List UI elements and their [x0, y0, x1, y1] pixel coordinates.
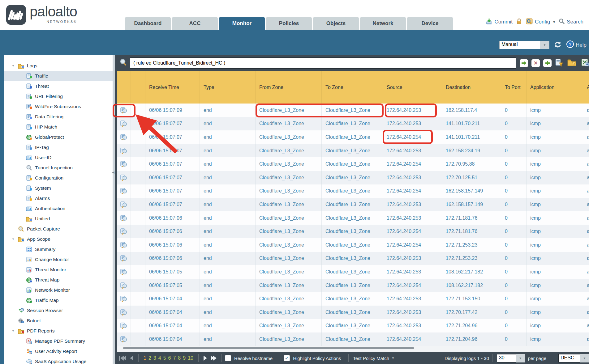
- tab-dashboard[interactable]: Dashboard: [125, 17, 171, 30]
- search-link[interactable]: Search: [559, 18, 583, 26]
- sidebar-item-hip-match[interactable]: HIP Match: [4, 122, 113, 132]
- sidebar-item-app-scope[interactable]: ▼App Scope: [4, 234, 113, 244]
- per-page-select[interactable]: 30 ▼: [497, 354, 525, 362]
- sidebar-item-url-filtering[interactable]: URL Filtering: [4, 91, 113, 101]
- sidebar-item-saas-application-usage[interactable]: SaaS Application Usage: [4, 356, 113, 364]
- filter-query-input[interactable]: [130, 57, 516, 69]
- page-number-9[interactable]: 9: [183, 355, 186, 361]
- log-detail-magnifier-icon[interactable]: [117, 292, 131, 306]
- sidebar-item-system[interactable]: System: [4, 183, 113, 193]
- sidebar-item-data-filtering[interactable]: Data Filtering: [4, 112, 113, 122]
- log-detail-magnifier-icon[interactable]: [117, 306, 131, 319]
- tree-expander-icon[interactable]: ▼: [12, 238, 18, 241]
- next-page-button[interactable]: [204, 356, 207, 361]
- prev-page-button[interactable]: [130, 356, 133, 361]
- page-number-6[interactable]: 6: [168, 355, 171, 361]
- commit-link[interactable]: Commit: [485, 18, 513, 26]
- log-detail-magnifier-icon[interactable]: [117, 198, 131, 211]
- sidebar-item-threat-monitor[interactable]: Threat Monitor: [4, 265, 113, 275]
- tab-network[interactable]: Network: [360, 17, 406, 30]
- sidebar-item-globalprotect[interactable]: GlobalProtect: [4, 132, 113, 142]
- export-icon[interactable]: [580, 58, 589, 68]
- log-detail-magnifier-icon[interactable]: [117, 265, 131, 279]
- sidebar-item-botnet[interactable]: Botnet: [4, 315, 113, 326]
- sidebar-item-logs[interactable]: ▼Logs: [4, 61, 113, 71]
- log-detail-magnifier-icon[interactable]: [117, 225, 131, 238]
- highlight-policy-actions-checkbox[interactable]: ✓: [284, 355, 290, 361]
- sidebar-item-change-monitor[interactable]: Change Monitor: [4, 254, 113, 265]
- sidebar-item-authentication[interactable]: Authentication: [4, 203, 113, 214]
- load-filter-icon[interactable]: [567, 58, 577, 68]
- column-header-to-zone[interactable]: To Zone: [322, 71, 383, 104]
- column-header-type[interactable]: Type: [200, 71, 256, 104]
- sidebar-item-session-browser[interactable]: Session Browser: [4, 305, 113, 315]
- log-detail-magnifier-icon[interactable]: [117, 130, 131, 144]
- tab-monitor[interactable]: Monitor: [219, 17, 265, 30]
- sidebar-item-traffic[interactable]: Traffic: [4, 71, 113, 81]
- sidebar-item-traffic-map[interactable]: Traffic Map: [4, 295, 113, 305]
- log-detail-magnifier-icon[interactable]: [117, 144, 131, 158]
- tab-acc[interactable]: ACC: [172, 17, 218, 30]
- sidebar-item-network-monitor[interactable]: Network Monitor: [4, 285, 113, 295]
- tree-expander-icon[interactable]: ▼: [12, 64, 18, 67]
- apply-filter-button[interactable]: [520, 59, 528, 67]
- sidebar-item-wildfire-submissions[interactable]: WildFire Submissions: [4, 101, 113, 112]
- page-number-1[interactable]: 1: [144, 355, 146, 361]
- log-detail-magnifier-icon[interactable]: [117, 332, 131, 346]
- page-number-5[interactable]: 5: [163, 355, 166, 361]
- sidebar-item-user-activity-report[interactable]: User Activity Report: [4, 346, 113, 356]
- sidebar-item-threat[interactable]: Threat: [4, 81, 113, 91]
- sidebar-item-alarms[interactable]: Alarms: [4, 193, 113, 203]
- page-number-7[interactable]: 7: [173, 355, 176, 361]
- column-header-destination[interactable]: Destination: [442, 71, 501, 104]
- refresh-mode-select[interactable]: Manual ▼: [499, 41, 549, 49]
- column-header-from-zone[interactable]: From Zone: [256, 71, 322, 104]
- log-detail-magnifier-icon[interactable]: [117, 238, 131, 252]
- column-header-receive-time[interactable]: Receive Time: [145, 71, 200, 104]
- sort-order-caret-icon[interactable]: ▼: [580, 354, 589, 362]
- config-menu[interactable]: Config ▼: [526, 18, 556, 26]
- column-header-a[interactable]: A: [583, 71, 589, 104]
- tab-device[interactable]: Device: [407, 17, 453, 30]
- page-number-2[interactable]: 2: [148, 355, 151, 361]
- help-link[interactable]: ? Help: [566, 40, 587, 50]
- log-detail-magnifier-icon[interactable]: [117, 157, 131, 171]
- column-header-source[interactable]: Source: [383, 71, 442, 104]
- column-header-application[interactable]: Application: [527, 71, 583, 104]
- log-detail-magnifier-icon[interactable]: [117, 171, 131, 184]
- sidebar-item-user-id[interactable]: User-ID: [4, 152, 113, 163]
- page-number-8[interactable]: 8: [178, 355, 181, 361]
- sidebar-item-packet-capture[interactable]: Packet Capture: [4, 224, 113, 234]
- save-filter-icon[interactable]: [555, 58, 564, 68]
- last-page-button[interactable]: [211, 356, 217, 361]
- sidebar-item-unified[interactable]: Unified: [4, 214, 113, 224]
- collapse-sidebar-icon[interactable]: ◀: [112, 171, 114, 174]
- log-detail-magnifier-icon[interactable]: [117, 279, 131, 292]
- lock-icon[interactable]: [516, 18, 522, 26]
- sidebar-item-ip-tag[interactable]: IP-Tag: [4, 142, 113, 152]
- sidebar-item-pdf-reports[interactable]: ▼PDF Reports: [4, 326, 113, 336]
- sidebar-item-configuration[interactable]: Configuration: [4, 173, 113, 183]
- log-detail-magnifier-icon[interactable]: [117, 184, 131, 198]
- page-number-4[interactable]: 4: [158, 355, 161, 361]
- sidebar-item-threat-map[interactable]: Threat Map: [4, 275, 113, 285]
- page-number-3[interactable]: 3: [153, 355, 156, 361]
- page-number-10[interactable]: 10: [188, 355, 193, 361]
- tree-expander-icon[interactable]: ▼: [12, 329, 18, 332]
- sidebar-item-tunnel-inspection[interactable]: Tunnel Inspection: [4, 163, 113, 173]
- column-header-to-port[interactable]: To Port: [501, 71, 527, 104]
- sidebar-splitter[interactable]: ◀: [113, 55, 115, 364]
- add-filter-button[interactable]: [543, 59, 552, 67]
- log-detail-magnifier-icon[interactable]: [117, 104, 131, 117]
- log-detail-magnifier-icon[interactable]: [117, 252, 131, 265]
- per-page-caret-icon[interactable]: ▼: [516, 354, 525, 362]
- tab-objects[interactable]: Objects: [313, 17, 359, 30]
- log-detail-magnifier-icon[interactable]: [117, 211, 131, 225]
- first-page-button[interactable]: [119, 356, 126, 361]
- resolve-hostname-checkbox[interactable]: [225, 355, 231, 361]
- horizontal-scrollbar-thumb[interactable]: [123, 347, 414, 349]
- log-detail-magnifier-icon[interactable]: [117, 117, 131, 131]
- test-policy-match-button[interactable]: Test Policy Match ▼: [353, 356, 394, 361]
- clear-filter-button[interactable]: ✕: [531, 59, 540, 67]
- log-detail-magnifier-icon[interactable]: [117, 319, 131, 333]
